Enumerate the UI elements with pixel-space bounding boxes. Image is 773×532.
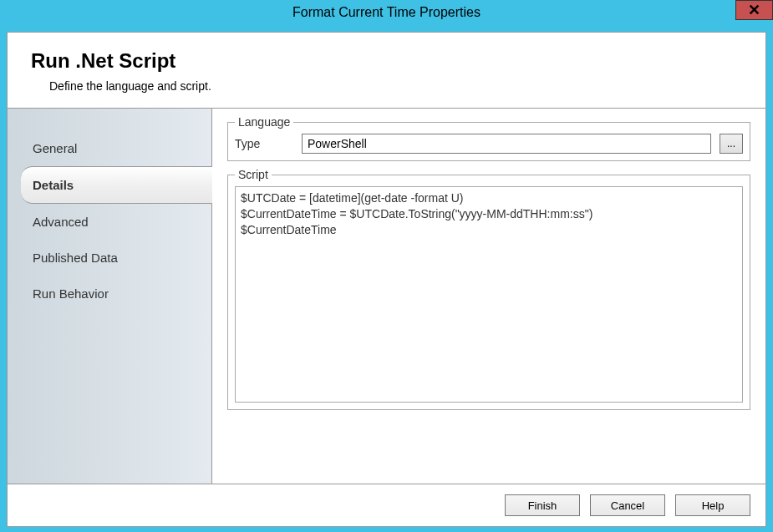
content-section: General Details Advanced Published Data …: [8, 109, 765, 484]
page-title: Run .Net Script: [31, 49, 742, 73]
finish-button[interactable]: Finish: [505, 494, 580, 516]
cancel-button[interactable]: Cancel: [590, 494, 665, 516]
sidebar-item-label: Published Data: [33, 251, 118, 265]
sidebar-item-label: Advanced: [33, 215, 89, 229]
titlebar: Format Current Time Properties ✕: [0, 0, 773, 25]
main-panel: Language Type ... Script: [212, 109, 765, 484]
sidebar-item-label: Details: [33, 178, 74, 192]
sidebar-item-published-data[interactable]: Published Data: [8, 240, 211, 276]
sidebar: General Details Advanced Published Data …: [8, 109, 212, 484]
close-icon: ✕: [748, 1, 760, 19]
dialog-window: Format Current Time Properties ✕ Run .Ne…: [0, 0, 773, 532]
sidebar-item-label: General: [33, 141, 77, 155]
script-fieldset: Script: [227, 168, 750, 410]
window-title: Format Current Time Properties: [292, 5, 481, 20]
sidebar-item-advanced[interactable]: Advanced: [8, 204, 211, 240]
page-subtitle: Define the language and script.: [49, 79, 742, 93]
help-button[interactable]: Help: [675, 494, 750, 516]
sidebar-item-label: Run Behavior: [33, 286, 109, 301]
close-button[interactable]: ✕: [735, 0, 773, 20]
type-label: Type: [235, 137, 293, 150]
script-textarea[interactable]: [235, 186, 743, 403]
type-input[interactable]: [302, 134, 711, 154]
window-body: Run .Net Script Define the language and …: [7, 32, 766, 527]
button-bar: Finish Cancel Help: [8, 484, 765, 526]
browse-button[interactable]: ...: [720, 134, 743, 154]
ellipsis-icon: ...: [727, 138, 735, 149]
language-fieldset: Language Type ...: [227, 115, 750, 161]
script-legend: Script: [235, 168, 272, 181]
sidebar-item-details[interactable]: Details: [21, 166, 212, 204]
sidebar-item-general[interactable]: General: [8, 130, 211, 166]
language-legend: Language: [235, 115, 293, 129]
language-row: Type ...: [235, 134, 743, 154]
sidebar-item-run-behavior[interactable]: Run Behavior: [8, 276, 211, 312]
header-section: Run .Net Script Define the language and …: [8, 33, 765, 109]
